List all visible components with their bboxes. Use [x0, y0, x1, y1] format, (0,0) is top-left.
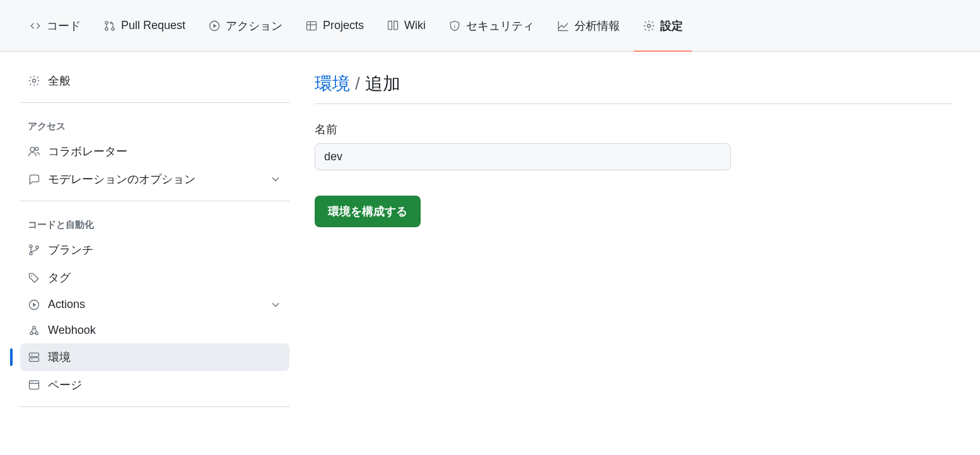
- divider: [20, 406, 289, 407]
- chevron-down-icon: [269, 298, 282, 311]
- sidebar-item-label: コラボレーター: [48, 144, 127, 159]
- svg-point-14: [30, 245, 32, 247]
- sidebar-item-environments[interactable]: 環境: [20, 343, 289, 371]
- code-icon: [29, 20, 42, 32]
- tab-label: コード: [47, 18, 81, 33]
- svg-point-11: [33, 80, 36, 83]
- settings-sidebar: 全般 アクセス コラボレーター モデレーションのオプション コードと自動化 ブラ…: [0, 52, 300, 430]
- chevron-down-icon: [269, 173, 282, 186]
- sidebar-item-label: タグ: [48, 270, 71, 285]
- svg-point-2: [112, 27, 114, 30]
- tab-label: アクション: [226, 18, 283, 33]
- name-field-label: 名前: [315, 122, 953, 137]
- people-icon: [28, 145, 40, 158]
- git-branch-icon: [28, 244, 40, 256]
- table-icon: [305, 20, 318, 32]
- sidebar-item-label: モデレーションのオプション: [48, 172, 195, 187]
- sidebar-item-label: ブランチ: [48, 242, 93, 257]
- tab-label: 設定: [660, 18, 683, 33]
- tab-label: Projects: [323, 19, 364, 32]
- git-pull-request-icon: [103, 20, 116, 32]
- svg-point-29: [31, 382, 32, 382]
- configure-environment-button[interactable]: 環境を構成する: [315, 196, 421, 227]
- svg-rect-5: [307, 21, 317, 30]
- play-circle-icon: [208, 20, 221, 32]
- webhook-icon: [28, 324, 40, 337]
- tab-label: 分析情報: [575, 18, 620, 33]
- sidebar-item-label: ページ: [48, 377, 82, 393]
- svg-point-10: [648, 24, 651, 27]
- svg-point-21: [35, 332, 38, 334]
- svg-point-15: [30, 252, 32, 255]
- svg-rect-24: [30, 358, 39, 362]
- shield-icon: [448, 20, 461, 32]
- tab-wiki[interactable]: Wiki: [378, 0, 435, 52]
- svg-point-0: [105, 21, 108, 23]
- graph-icon: [557, 20, 569, 32]
- svg-point-12: [30, 147, 35, 151]
- sidebar-item-label: Webhook: [48, 324, 96, 337]
- sidebar-item-moderation[interactable]: モデレーションのオプション: [20, 165, 289, 193]
- svg-marker-19: [33, 302, 36, 307]
- breadcrumb-current: 追加: [365, 72, 400, 96]
- browser-icon: [28, 379, 40, 391]
- breadcrumb-separator: /: [355, 74, 360, 94]
- sidebar-item-label: 全般: [48, 73, 71, 88]
- tab-actions[interactable]: アクション: [199, 0, 291, 52]
- sidebar-item-pages[interactable]: ページ: [20, 371, 289, 399]
- sidebar-item-branches[interactable]: ブランチ: [20, 236, 289, 264]
- tab-settings[interactable]: 設定: [634, 0, 692, 52]
- sidebar-item-tags[interactable]: タグ: [20, 264, 289, 292]
- sidebar-section-access: アクセス: [20, 110, 289, 138]
- sidebar-item-collaborators[interactable]: コラボレーター: [20, 138, 289, 165]
- sidebar-section-code: コードと自動化: [20, 209, 289, 236]
- tab-pull-requests[interactable]: Pull Request: [95, 0, 194, 52]
- svg-rect-27: [30, 381, 39, 389]
- svg-point-1: [105, 27, 108, 30]
- main-content: 環境 / 追加 名前 環境を構成する: [300, 52, 968, 430]
- gear-icon: [643, 20, 655, 32]
- svg-point-20: [30, 332, 33, 334]
- svg-rect-23: [30, 353, 39, 357]
- tab-insights[interactable]: 分析情報: [548, 0, 629, 52]
- tab-projects[interactable]: Projects: [296, 0, 373, 52]
- divider: [20, 201, 289, 201]
- gear-icon: [28, 74, 40, 87]
- svg-point-17: [31, 275, 32, 276]
- book-icon: [387, 20, 399, 32]
- tab-label: Wiki: [404, 19, 426, 32]
- svg-point-16: [36, 246, 38, 249]
- sidebar-item-actions[interactable]: Actions: [20, 292, 289, 317]
- breadcrumb: 環境 / 追加: [315, 72, 953, 104]
- tab-label: セキュリティ: [466, 18, 534, 33]
- svg-point-13: [35, 147, 38, 150]
- comment-icon: [28, 173, 40, 186]
- sidebar-item-label: 環境: [48, 350, 71, 365]
- svg-point-8: [454, 25, 455, 25]
- svg-point-30: [32, 382, 33, 382]
- sidebar-item-webhooks[interactable]: Webhook: [20, 317, 289, 343]
- breadcrumb-root-link[interactable]: 環境: [315, 72, 350, 96]
- repo-tabs: コード Pull Request アクション Projects Wiki セキュ…: [0, 0, 980, 52]
- environment-name-input[interactable]: [315, 143, 731, 170]
- tab-security[interactable]: セキュリティ: [440, 0, 543, 52]
- tab-label: Pull Request: [121, 19, 185, 32]
- server-icon: [28, 351, 40, 363]
- svg-marker-4: [213, 23, 216, 28]
- play-circle-icon: [28, 298, 40, 311]
- sidebar-item-general[interactable]: 全般: [20, 67, 289, 95]
- tab-code[interactable]: コード: [20, 0, 90, 52]
- divider: [20, 102, 289, 103]
- tag-icon: [28, 271, 40, 284]
- sidebar-item-label: Actions: [48, 298, 85, 311]
